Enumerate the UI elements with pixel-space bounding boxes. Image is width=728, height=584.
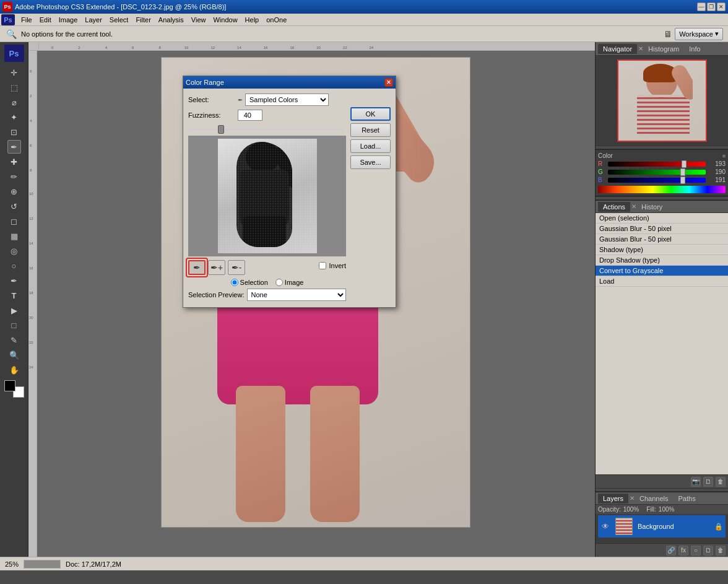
canvas-area: 0 2 4 6 8 10 12 14 16 18 20 22 24 0 2 4 … <box>28 42 595 557</box>
invert-checkbox[interactable] <box>319 262 326 269</box>
zoom-slider[interactable] <box>24 560 61 569</box>
menu-select[interactable]: Select <box>106 15 132 25</box>
reset-button[interactable]: Reset <box>350 123 391 137</box>
color-swatches[interactable] <box>4 380 24 398</box>
add-mask-button[interactable]: ○ <box>691 546 701 556</box>
image-radio[interactable] <box>275 279 283 286</box>
dialog-close-button[interactable]: ✕ <box>384 78 393 87</box>
delete-layer-button[interactable]: 🗑 <box>716 546 726 556</box>
window-controls[interactable]: — ❐ ✕ <box>697 2 726 11</box>
menu-window[interactable]: Window <box>209 15 241 25</box>
dialog-titlebar[interactable]: Color Range ✕ <box>183 76 396 89</box>
link-layers-button[interactable]: 🔗 <box>666 546 676 556</box>
fuzziness-input[interactable] <box>238 110 262 121</box>
tab-navigator[interactable]: Navigator <box>598 44 637 54</box>
magic-wand-tool[interactable]: ✦ <box>7 110 21 124</box>
tab-paths[interactable]: Paths <box>674 494 701 503</box>
load-button[interactable]: Load... <box>350 139 391 153</box>
layers-controls: Opacity: 100% Fill: 100% <box>596 505 728 514</box>
shape-tool[interactable]: □ <box>7 318 21 332</box>
save-button[interactable]: Save... <box>350 155 391 169</box>
new-layer-button[interactable]: 🗋 <box>703 546 713 556</box>
history-item-2[interactable]: Gaussian Blur - 50 pixel <box>596 234 728 245</box>
create-document-button[interactable]: 🗋 <box>703 477 713 487</box>
crop-tool[interactable]: ⊡ <box>7 125 21 139</box>
hand-tool[interactable]: ✋ <box>7 363 21 377</box>
new-snapshot-button[interactable]: 📷 <box>691 477 701 487</box>
history-item-6[interactable]: Load <box>596 276 728 287</box>
brush-tool[interactable]: ✏ <box>7 170 21 183</box>
tab-actions[interactable]: Actions <box>598 202 630 212</box>
minimize-button[interactable]: — <box>697 2 706 11</box>
path-selection-tool[interactable]: ▶ <box>7 303 21 317</box>
tab-histogram[interactable]: Histogram <box>643 44 684 54</box>
layer-background[interactable]: 👁 Background 🔒 <box>598 515 726 538</box>
b-value: 191 <box>708 177 726 183</box>
menu-onone[interactable]: onOne <box>262 15 290 25</box>
type-tool[interactable]: T <box>7 289 21 302</box>
menu-view[interactable]: View <box>188 15 210 25</box>
menu-analysis[interactable]: Analysis <box>155 15 188 25</box>
clone-tool[interactable]: ⊕ <box>7 185 21 198</box>
zoom-tool[interactable]: 🔍 <box>7 348 21 362</box>
eyedropper-normal-button[interactable]: ✒ <box>188 260 206 275</box>
menu-file[interactable]: File <box>17 15 36 25</box>
notes-tool[interactable]: ✎ <box>7 333 21 347</box>
layers-tab-close[interactable]: ✕ <box>630 495 635 502</box>
menu-layer[interactable]: Layer <box>81 15 106 25</box>
actions-tab-close[interactable]: ✕ <box>631 203 636 210</box>
image-radio-label[interactable]: Image <box>275 279 304 286</box>
navigator-tab-close[interactable]: ✕ <box>638 45 643 52</box>
history-item-4[interactable]: Drop Shadow (type) <box>596 255 728 266</box>
eyedropper-tool[interactable]: ✒ <box>7 140 21 154</box>
gradient-tool[interactable]: ▦ <box>7 229 21 243</box>
g-slider-thumb[interactable] <box>680 168 685 176</box>
healing-tool[interactable]: ✚ <box>7 155 21 168</box>
eyedropper-add-button[interactable]: ✒+ <box>208 260 225 275</box>
navigator-thumbnail <box>617 59 707 142</box>
layer-thumbnail <box>615 518 633 535</box>
pen-tool[interactable]: ✒ <box>7 274 21 287</box>
tab-channels[interactable]: Channels <box>635 494 673 503</box>
restore-button[interactable]: ❐ <box>707 2 716 11</box>
tab-info[interactable]: Info <box>684 44 705 54</box>
history-item-1[interactable]: Gaussian Blur - 50 pixel <box>596 224 728 234</box>
eyedropper-subtract-button[interactable]: ✒- <box>228 260 245 275</box>
opacity-value[interactable]: 100% <box>623 506 639 513</box>
menu-edit[interactable]: Edit <box>36 15 55 25</box>
dodge-tool[interactable]: ○ <box>7 259 21 272</box>
ok-button[interactable]: OK <box>350 107 391 121</box>
menu-image[interactable]: Image <box>55 15 82 25</box>
tab-layers[interactable]: Layers <box>598 494 628 503</box>
b-slider-thumb[interactable] <box>680 177 685 184</box>
selection-radio-label[interactable]: Selection <box>231 279 268 286</box>
workspace-arrow-icon: ▾ <box>715 30 719 38</box>
fuzziness-label: Fuzziness: <box>188 111 238 119</box>
eraser-tool[interactable]: ◻ <box>7 214 21 228</box>
fuzziness-slider[interactable] <box>188 128 344 131</box>
history-item-0[interactable]: Open (selection) <box>596 213 728 224</box>
menu-filter[interactable]: Filter <box>132 15 154 25</box>
fill-value[interactable]: 100% <box>659 506 675 513</box>
close-button[interactable]: ✕ <box>717 2 726 11</box>
select-dropdown[interactable]: Sampled Colors Reds Yellows Greens Cyans… <box>245 94 329 106</box>
marquee-tool[interactable]: ⬚ <box>7 81 21 94</box>
selection-radio[interactable] <box>231 279 238 286</box>
move-tool[interactable]: ✛ <box>7 66 21 79</box>
blur-tool[interactable]: ◎ <box>7 244 21 258</box>
history-item-3[interactable]: Shadow (type) <box>596 245 728 255</box>
menu-help[interactable]: Help <box>241 15 263 25</box>
layer-name: Background <box>638 523 712 530</box>
add-style-button[interactable]: fx <box>678 546 688 556</box>
ps-toolbox-badge: Ps <box>4 45 24 62</box>
delete-state-button[interactable]: 🗑 <box>716 477 726 487</box>
workspace-button[interactable]: Workspace ▾ <box>675 28 723 40</box>
color-panel-menu[interactable]: ≡ <box>722 153 726 159</box>
selection-preview-dropdown[interactable]: None Grayscale Black Matte White Matte Q… <box>247 289 347 301</box>
tab-history[interactable]: History <box>636 202 667 212</box>
history-item-5[interactable]: Convert to Grayscale <box>596 266 728 276</box>
lasso-tool[interactable]: ⌀ <box>7 95 21 109</box>
layer-visibility-toggle[interactable]: 👁 <box>600 521 610 531</box>
history-brush-tool[interactable]: ↺ <box>7 199 21 213</box>
r-slider-thumb[interactable] <box>682 160 687 168</box>
